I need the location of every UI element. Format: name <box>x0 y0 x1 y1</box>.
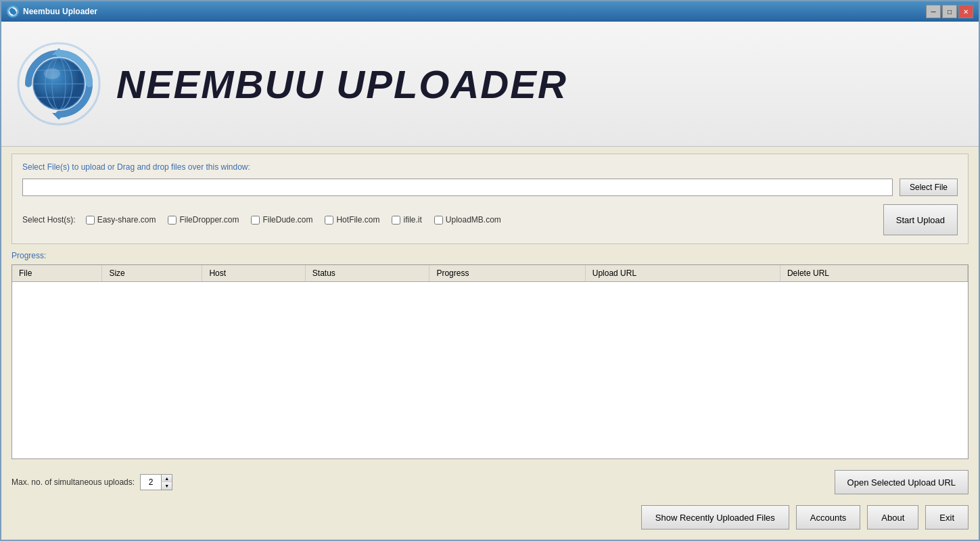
main-window: Neembuu Uploader ─ □ ✕ <box>0 0 980 541</box>
col-size: Size <box>102 265 202 282</box>
svg-point-0 <box>9 7 17 16</box>
progress-table: File Size Host Status Progress Upload UR… <box>12 265 968 282</box>
host-filedropper-label: FileDropper.com <box>179 215 239 225</box>
hosts-label: Select Host(s): <box>22 215 76 225</box>
host-hotfile[interactable]: HotFile.com <box>325 215 379 225</box>
logo-globe <box>15 40 103 128</box>
col-delete-url: Delete URL <box>780 265 967 282</box>
window-controls: ─ □ ✕ <box>926 5 973 18</box>
title-bar: Neembuu Uploader ─ □ ✕ <box>1 1 979 22</box>
file-select-label: Select File(s) to upload or Drag and dro… <box>22 162 958 172</box>
content-area: NEEMBUU UPLOADER Select File(s) to uploa… <box>1 22 979 540</box>
footer: Show Recently Uploaded Files Accounts Ab… <box>1 500 979 540</box>
progress-table-container[interactable]: File Size Host Status Progress Upload UR… <box>11 264 969 459</box>
table-header-row: File Size Host Status Progress Upload UR… <box>12 265 968 282</box>
host-filedude-checkbox[interactable] <box>251 216 260 225</box>
hosts-row: Select Host(s): Easy-share.com FileDropp… <box>22 204 958 235</box>
file-path-input[interactable] <box>22 179 893 196</box>
spinner-up-button[interactable]: ▲ <box>161 475 172 482</box>
progress-section: Progress: File Size Host Status Progress… <box>11 251 969 459</box>
window-icon <box>7 5 19 18</box>
spinner-down-button[interactable]: ▼ <box>161 482 172 490</box>
about-button[interactable]: About <box>867 505 918 530</box>
col-host: Host <box>202 265 305 282</box>
host-filedude[interactable]: FileDude.com <box>251 215 312 225</box>
file-select-row: Select File <box>22 179 958 196</box>
svg-point-12 <box>44 68 60 79</box>
host-easy-share-label: Easy-share.com <box>97 215 156 225</box>
maximize-button[interactable]: □ <box>942 5 957 18</box>
col-file: File <box>12 265 102 282</box>
accounts-button[interactable]: Accounts <box>796 505 860 530</box>
app-logo-text: NEEMBUU UPLOADER <box>116 62 567 107</box>
host-hotfile-label: HotFile.com <box>336 215 379 225</box>
close-button[interactable]: ✕ <box>958 5 973 18</box>
host-ifile[interactable]: ifile.it <box>392 215 421 225</box>
host-filedropper-checkbox[interactable] <box>168 216 177 225</box>
window-title: Neembuu Uploader <box>23 7 926 16</box>
col-status: Status <box>305 265 429 282</box>
host-ifile-checkbox[interactable] <box>392 216 400 225</box>
app-header: NEEMBUU UPLOADER <box>1 22 979 147</box>
select-file-button[interactable]: Select File <box>900 179 958 196</box>
host-uploadmb-checkbox[interactable] <box>434 216 443 225</box>
show-recently-button[interactable]: Show Recently Uploaded Files <box>641 505 789 530</box>
host-uploadmb-label: UploadMB.com <box>446 215 501 225</box>
simultaneous-spinner: ▲ ▼ <box>140 474 172 490</box>
start-upload-button[interactable]: Start Upload <box>883 204 958 235</box>
spinner-buttons: ▲ ▼ <box>161 475 172 490</box>
col-upload-url: Upload URL <box>585 265 780 282</box>
host-filedude-label: FileDude.com <box>262 215 312 225</box>
host-hotfile-checkbox[interactable] <box>325 216 333 225</box>
open-selected-url-button[interactable]: Open Selected Upload URL <box>835 470 969 494</box>
minimize-button[interactable]: ─ <box>926 5 941 18</box>
simultaneous-label: Max. no. of simultaneous uploads: <box>11 477 135 487</box>
logo-container: NEEMBUU UPLOADER <box>15 40 567 128</box>
host-easy-share[interactable]: Easy-share.com <box>86 215 156 225</box>
simultaneous-row: Max. no. of simultaneous uploads: ▲ ▼ <box>11 474 172 490</box>
host-filedropper[interactable]: FileDropper.com <box>168 215 239 225</box>
bottom-controls: Max. no. of simultaneous uploads: ▲ ▼ Op… <box>1 465 979 500</box>
host-easy-share-checkbox[interactable] <box>86 216 95 225</box>
simultaneous-input[interactable] <box>141 475 161 490</box>
file-select-panel: Select File(s) to upload or Drag and dro… <box>11 154 969 244</box>
col-progress: Progress <box>429 265 585 282</box>
host-ifile-label: ifile.it <box>403 215 421 225</box>
progress-label: Progress: <box>11 251 969 260</box>
exit-button[interactable]: Exit <box>925 505 969 530</box>
host-uploadmb[interactable]: UploadMB.com <box>434 215 501 225</box>
